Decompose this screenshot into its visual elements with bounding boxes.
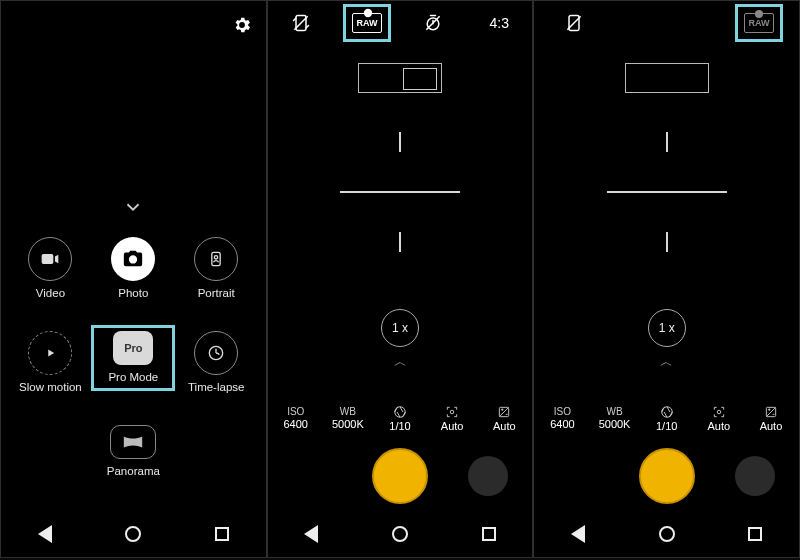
mode-label: Portrait [198,287,235,299]
aspect-ratio-toggle[interactable]: 4:3 [477,6,521,40]
raw-toggle[interactable]: RAW [737,6,781,40]
nav-recent-icon[interactable] [748,527,762,541]
raw-badge: RAW [744,13,774,33]
nav-back-icon[interactable] [304,525,318,543]
nav-home-icon[interactable] [659,526,675,542]
aperture-icon [393,405,407,419]
mode-portrait[interactable]: Portrait [176,233,256,305]
pro-parameter-bar: ISO 6400 WB 5000K 1/10 Auto Auto [268,395,533,441]
nav-back-icon[interactable] [571,525,585,543]
settings-icon[interactable] [232,15,252,35]
mode-label: Pro Mode [108,371,158,383]
timer-icon[interactable] [411,6,455,40]
portrait-icon [194,237,238,281]
svg-point-6 [364,9,372,17]
mode-grid: Video Photo Portrait Slow motion [1,227,266,511]
param-focus[interactable]: Auto [426,405,478,432]
svg-point-15 [717,410,721,414]
param-shutter[interactable]: 1/10 [641,405,693,432]
collapse-chevron-icon[interactable] [1,187,266,227]
focus-reticle [325,132,475,252]
nav-recent-icon[interactable] [215,527,229,541]
exposure-icon [497,405,511,419]
shutter-button[interactable] [372,448,428,504]
screen-pro-raw-on: RAW 4:3 1 x ︿ ISO 6400 WB 5000K [267,0,534,558]
shutter-button[interactable] [639,448,695,504]
switch-camera-button[interactable] [468,456,508,496]
screen-pro-raw-off: RAW 1 x ︿ ISO 6400 WB 5000K 1/10 [533,0,800,558]
exposure-icon [764,405,778,419]
mode-label: Panorama [107,465,160,477]
zoom-button[interactable]: 1 x [381,309,419,347]
focus-icon [445,405,459,419]
mode-panorama[interactable]: Panorama [93,421,173,483]
raw-label: RAW [749,18,770,28]
mode-label: Video [36,287,65,299]
nav-home-icon[interactable] [392,526,408,542]
viewfinder[interactable]: 1 x ︿ [534,45,799,395]
viewfinder[interactable]: 1 x ︿ [268,45,533,395]
expand-chevron-icon[interactable]: ︿ [394,353,407,371]
mode-label: Slow motion [19,381,82,393]
raw-toggle[interactable]: RAW [345,6,389,40]
android-nav-bar [268,511,533,557]
focus-icon [712,405,726,419]
nav-recent-icon[interactable] [482,527,496,541]
param-iso[interactable]: ISO 6400 [536,406,588,430]
raw-off-indicator-icon [755,10,763,18]
param-wb[interactable]: WB 5000K [588,406,640,430]
pro-icon: Pro [113,331,153,365]
android-nav-bar [534,511,799,557]
mode-time-lapse[interactable]: Time-lapse [176,327,256,399]
expand-chevron-icon[interactable]: ︿ [660,353,673,371]
param-ev[interactable]: Auto [478,405,530,432]
param-wb[interactable]: WB 5000K [322,406,374,430]
pro-parameter-bar: ISO 6400 WB 5000K 1/10 Auto Auto [534,395,799,441]
exposure-region [625,63,709,93]
mode-pro[interactable]: Pro Pro Mode [93,327,173,389]
orientation-lock-icon[interactable] [552,6,596,40]
param-ev[interactable]: Auto [745,405,797,432]
nav-back-icon[interactable] [38,525,52,543]
nav-home-icon[interactable] [125,526,141,542]
svg-marker-2 [49,350,55,357]
zoom-button[interactable]: 1 x [648,309,686,347]
mode-slow-motion[interactable]: Slow motion [10,327,90,399]
svg-point-10 [450,410,454,414]
mode-photo[interactable]: Photo [93,233,173,305]
exposure-region [358,63,442,93]
panorama-icon [110,425,156,459]
param-shutter[interactable]: 1/10 [374,405,426,432]
orientation-lock-icon[interactable] [279,6,323,40]
aperture-icon [660,405,674,419]
mode-video[interactable]: Video [10,233,90,305]
focus-reticle [592,132,742,252]
svg-point-1 [215,256,218,259]
camera-icon [111,237,155,281]
slowmo-icon [28,331,72,375]
timelapse-icon [194,331,238,375]
mode-label: Photo [118,287,148,299]
android-nav-bar [1,511,266,557]
screen-mode-picker: Video Photo Portrait Slow motion [0,0,267,558]
video-icon [28,237,72,281]
switch-camera-button[interactable] [735,456,775,496]
param-focus[interactable]: Auto [693,405,745,432]
raw-label: RAW [356,18,377,28]
param-iso[interactable]: ISO 6400 [270,406,322,430]
mode-label: Time-lapse [188,381,244,393]
raw-badge: RAW [352,13,382,33]
